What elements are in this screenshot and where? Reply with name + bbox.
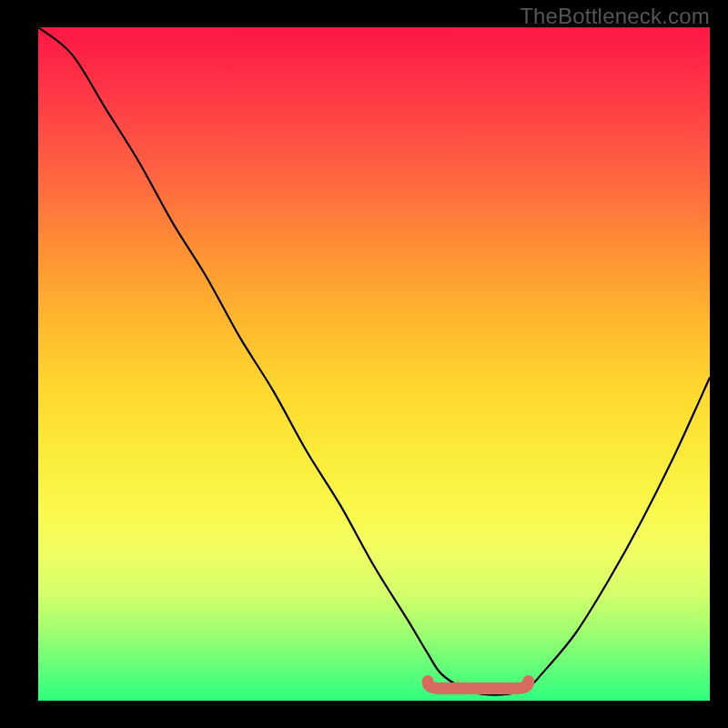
chart-frame: TheBottleneck.com — [0, 0, 728, 728]
trough-highlight — [428, 682, 529, 689]
bottleneck-curve — [38, 27, 710, 695]
plot-area — [38, 27, 710, 701]
watermark-text: TheBottleneck.com — [520, 4, 710, 29]
curve-svg — [38, 27, 710, 701]
